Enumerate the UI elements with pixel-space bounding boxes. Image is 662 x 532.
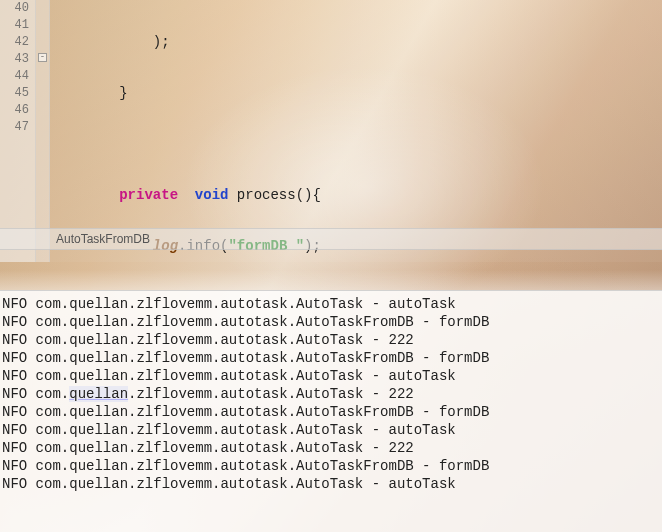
line-number: 43 bbox=[0, 51, 29, 68]
fold-toggle-icon[interactable]: - bbox=[38, 53, 47, 62]
log-line: NFO com.quellan.zlflovemm.autotask.AutoT… bbox=[0, 367, 662, 385]
breadcrumb-bar[interactable]: AutoTaskFromDB bbox=[0, 228, 662, 250]
line-number: 42 bbox=[0, 34, 29, 51]
log-line: NFO com.quellan.zlflovemm.autotask.AutoT… bbox=[0, 439, 662, 457]
log-line: NFO com.quellan.zlflovemm.autotask.AutoT… bbox=[0, 475, 662, 493]
log-line: NFO com.quellan.zlflovemm.autotask.AutoT… bbox=[0, 331, 662, 349]
fold-gutter[interactable]: - bbox=[36, 0, 50, 262]
code-editor-pane[interactable]: 40 41 42 43 44 45 46 47 - ); } private v… bbox=[0, 0, 662, 262]
keyword-private: private bbox=[119, 187, 178, 203]
search-highlight: quellan bbox=[69, 386, 128, 402]
breadcrumb-item[interactable]: AutoTaskFromDB bbox=[56, 232, 150, 246]
log-line: NFO com.quellan.zlflovemm.autotask.AutoT… bbox=[0, 385, 662, 403]
log-line: NFO com.quellan.zlflovemm.autotask.AutoT… bbox=[0, 349, 662, 367]
log-line: NFO com.quellan.zlflovemm.autotask.AutoT… bbox=[0, 421, 662, 439]
log-line: NFO com.quellan.zlflovemm.autotask.AutoT… bbox=[0, 457, 662, 475]
line-number: 44 bbox=[0, 68, 29, 85]
line-number: 40 bbox=[0, 0, 29, 17]
code-line: } bbox=[52, 85, 662, 102]
code-line bbox=[52, 136, 662, 153]
console-output-pane[interactable]: NFO com.quellan.zlflovemm.autotask.AutoT… bbox=[0, 290, 662, 532]
code-line: private void process(){ bbox=[52, 187, 662, 204]
code-area[interactable]: ); } private void process(){ log.info("f… bbox=[50, 0, 662, 262]
line-number: 41 bbox=[0, 17, 29, 34]
log-line: NFO com.quellan.zlflovemm.autotask.AutoT… bbox=[0, 295, 662, 313]
log-line: NFO com.quellan.zlflovemm.autotask.AutoT… bbox=[0, 403, 662, 421]
line-number: 46 bbox=[0, 102, 29, 119]
pane-gap bbox=[0, 270, 662, 290]
line-number: 45 bbox=[0, 85, 29, 102]
keyword-void: void bbox=[178, 187, 228, 203]
line-number-gutter: 40 41 42 43 44 45 46 47 bbox=[0, 0, 36, 262]
code-line: ); bbox=[52, 34, 662, 51]
log-line: NFO com.quellan.zlflovemm.autotask.AutoT… bbox=[0, 313, 662, 331]
line-number: 47 bbox=[0, 119, 29, 136]
pane-splitter[interactable] bbox=[0, 262, 662, 270]
